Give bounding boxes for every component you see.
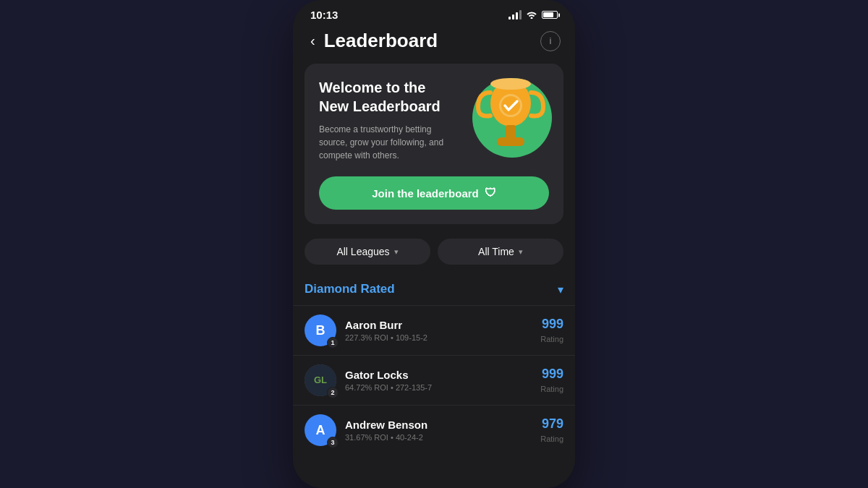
avatar-wrapper: A 3 — [305, 414, 336, 446]
avatar-wrapper: GL 2 — [305, 364, 336, 396]
wifi-icon — [526, 9, 537, 21]
filters-bar: All Leagues ▾ All Time ▾ — [293, 239, 575, 276]
rating-value: 999 — [540, 317, 563, 332]
battery-icon — [542, 11, 558, 19]
time-chevron-icon: ▾ — [519, 247, 523, 257]
player-stats: 31.67% ROI • 40-24-2 — [345, 433, 532, 442]
section-header[interactable]: Diamond Rated ▾ — [293, 276, 575, 305]
trophy-icon — [465, 71, 552, 165]
welcome-banner: Welcome to the New Leaderboard Become a … — [305, 64, 563, 224]
phone-frame: 10:13 ‹ Leaderboard i — [293, 0, 575, 488]
banner-content: Welcome to the New Leaderboard Become a … — [319, 78, 446, 162]
rating-value: 999 — [540, 367, 563, 382]
player-name: Andrew Benson — [345, 419, 532, 431]
player-rating: 979 Rating — [540, 416, 563, 445]
join-leaderboard-button[interactable]: Join the leaderboard 🛡 — [319, 176, 549, 210]
rank-badge: 1 — [327, 337, 339, 348]
rank-badge: 2 — [327, 387, 339, 398]
rank-badge: 3 — [327, 437, 339, 448]
player-stats: 64.72% ROI • 272-135-7 — [345, 383, 532, 392]
leagues-filter-button[interactable]: All Leagues ▾ — [305, 239, 430, 265]
rating-label: Rating — [540, 335, 563, 343]
avatar-wrapper: B 1 — [305, 314, 336, 346]
shield-icon: 🛡 — [485, 187, 496, 200]
leagues-chevron-icon: ▾ — [394, 247, 399, 257]
back-button[interactable]: ‹ — [307, 30, 318, 52]
header: ‹ Leaderboard i — [293, 24, 575, 64]
player-rating: 999 Rating — [540, 367, 563, 395]
list-item[interactable]: B 1 Aaron Burr 227.3% ROI • 109-15-2 999… — [293, 305, 575, 355]
player-stats: 227.3% ROI • 109-15-2 — [345, 333, 532, 342]
svg-point-1 — [490, 78, 531, 90]
join-button-label: Join the leaderboard — [372, 187, 479, 200]
time-filter-label: All Time — [478, 246, 514, 257]
list-item[interactable]: GL 2 Gator Locks 64.72% ROI • 272-135-7 … — [293, 355, 575, 405]
info-button[interactable]: i — [540, 31, 561, 51]
time-filter-button[interactable]: All Time ▾ — [438, 239, 563, 265]
status-bar: 10:13 — [293, 0, 575, 24]
svg-rect-3 — [497, 137, 524, 146]
screen-content[interactable]: ‹ Leaderboard i Welcome to the New Leade… — [293, 24, 575, 480]
rating-label: Rating — [540, 435, 563, 443]
signal-bars-icon — [509, 10, 522, 20]
player-info: Gator Locks 64.72% ROI • 272-135-7 — [345, 369, 532, 392]
player-name: Gator Locks — [345, 369, 532, 381]
trophy-illustration — [458, 71, 552, 172]
player-info: Andrew Benson 31.67% ROI • 40-24-2 — [345, 419, 532, 442]
status-icons — [509, 9, 558, 21]
player-rating: 999 Rating — [540, 317, 563, 345]
section-title: Diamond Rated — [305, 282, 395, 296]
banner-subtitle: Become a trustworthy betting source, gro… — [319, 123, 446, 162]
leagues-filter-label: All Leagues — [336, 246, 389, 257]
player-name: Aaron Burr — [345, 319, 532, 331]
rating-value: 979 — [540, 416, 563, 432]
list-item[interactable]: A 3 Andrew Benson 31.67% ROI • 40-24-2 9… — [293, 405, 575, 455]
page-title: Leaderboard — [324, 30, 540, 52]
section-chevron-icon: ▾ — [558, 283, 563, 296]
player-info: Aaron Burr 227.3% ROI • 109-15-2 — [345, 319, 532, 342]
status-time: 10:13 — [310, 9, 338, 21]
banner-title: Welcome to the New Leaderboard — [319, 78, 446, 116]
rating-label: Rating — [540, 385, 563, 393]
